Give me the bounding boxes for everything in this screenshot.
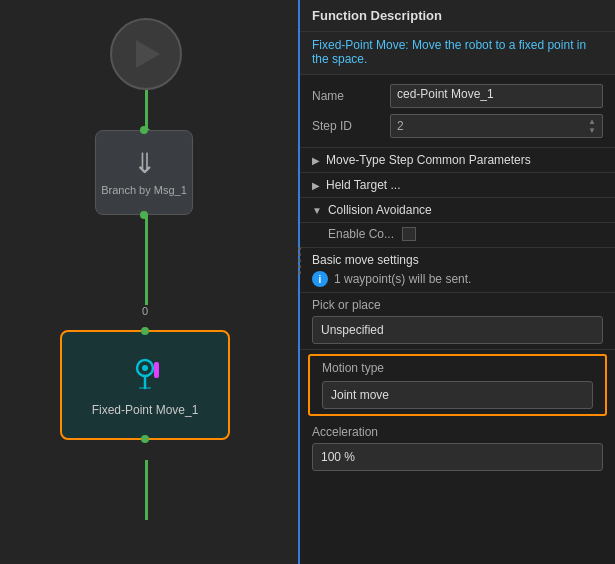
properties-panel: Function Description Fixed-Point Move: M…: [298, 0, 615, 564]
info-row: i 1 waypoint(s) will be sent.: [312, 271, 603, 287]
name-value: ced-Point Move_1: [397, 87, 494, 101]
zero-label: 0: [142, 305, 148, 317]
held-target-title: Held Target ...: [326, 178, 400, 192]
fixed-point-label: Fixed-Point Move_1: [92, 403, 199, 417]
connector-line-1: [145, 90, 148, 130]
connector-line-2: [145, 215, 148, 305]
function-description-title: Function Description: [312, 8, 442, 23]
acceleration-section: Acceleration 100 %: [300, 420, 615, 476]
fixed-point-dot-top: [141, 327, 149, 335]
collision-enable-label: Enable Co...: [328, 227, 394, 241]
step-id-label: Step ID: [312, 119, 382, 133]
spinner-down: ▼: [588, 127, 596, 135]
acceleration-input[interactable]: 100 %: [312, 443, 603, 471]
panel-resize-handle[interactable]: [296, 240, 302, 280]
pick-or-place-label: Pick or place: [312, 298, 603, 312]
held-target-arrow: ▶: [312, 180, 320, 191]
function-description-body: Fixed-Point Move: Move the robot to a fi…: [300, 32, 615, 75]
play-node[interactable]: [110, 18, 182, 90]
move-type-title: Move-Type Step Common Parameters: [326, 153, 531, 167]
collision-title: Collision Avoidance: [328, 203, 432, 217]
acceleration-value: 100 %: [321, 450, 355, 464]
motion-type-value: Joint move: [331, 388, 389, 402]
spinner-arrows: ▲ ▼: [588, 118, 596, 135]
collision-section-header[interactable]: ▼ Collision Avoidance: [300, 198, 615, 223]
canvas-panel: ⇓ Branch by Msg_1 0 Fixed-Point Move_1: [0, 0, 298, 564]
collision-subsection: Enable Co...: [300, 223, 615, 248]
name-label: Name: [312, 89, 382, 103]
step-id-value: 2: [397, 119, 404, 133]
step-id-spinner[interactable]: 2 ▲ ▼: [390, 114, 603, 138]
branch-node-dot-top: [140, 126, 148, 134]
info-icon-text: i: [319, 274, 322, 285]
spinner-up: ▲: [588, 118, 596, 126]
branch-icon: ⇓: [133, 150, 156, 178]
connector-line-3: [145, 460, 148, 520]
step-id-row: Step ID 2 ▲ ▼: [300, 111, 615, 141]
collision-enable-checkbox[interactable]: [402, 227, 416, 241]
name-row: Name ced-Point Move_1: [300, 81, 615, 111]
function-description-header: Function Description: [300, 0, 615, 32]
pick-or-place-dropdown[interactable]: Unspecified: [312, 316, 603, 344]
basic-move-title: Basic move settings: [312, 253, 603, 267]
motion-type-section: Motion type Joint move: [308, 354, 607, 416]
enable-collision-row: Enable Co...: [328, 227, 603, 241]
info-text: 1 waypoint(s) will be sent.: [334, 272, 471, 286]
play-icon: [136, 40, 160, 68]
motion-type-dropdown[interactable]: Joint move: [322, 381, 593, 409]
info-icon: i: [312, 271, 328, 287]
acceleration-label: Acceleration: [312, 425, 603, 439]
function-description-text: Fixed-Point Move: Move the robot to a fi…: [312, 38, 586, 66]
svg-point-1: [142, 365, 148, 371]
move-type-arrow: ▶: [312, 155, 320, 166]
motion-type-label: Motion type: [322, 361, 593, 375]
svg-rect-2: [154, 362, 159, 378]
pick-or-place-section: Pick or place Unspecified: [300, 293, 615, 350]
fixed-point-dot-bottom: [141, 435, 149, 443]
fixed-point-icon: [127, 354, 163, 395]
basic-move-section: Basic move settings i 1 waypoint(s) will…: [300, 248, 615, 293]
branch-node[interactable]: ⇓ Branch by Msg_1: [95, 130, 193, 215]
name-input[interactable]: ced-Point Move_1: [390, 84, 603, 108]
move-type-section-header[interactable]: ▶ Move-Type Step Common Parameters: [300, 148, 615, 173]
pick-or-place-value: Unspecified: [321, 323, 384, 337]
name-stepid-section: Name ced-Point Move_1 Step ID 2 ▲ ▼: [300, 75, 615, 148]
collision-arrow: ▼: [312, 205, 322, 216]
held-target-section-header[interactable]: ▶ Held Target ...: [300, 173, 615, 198]
branch-node-label: Branch by Msg_1: [101, 184, 187, 196]
fixed-point-node[interactable]: Fixed-Point Move_1: [60, 330, 230, 440]
